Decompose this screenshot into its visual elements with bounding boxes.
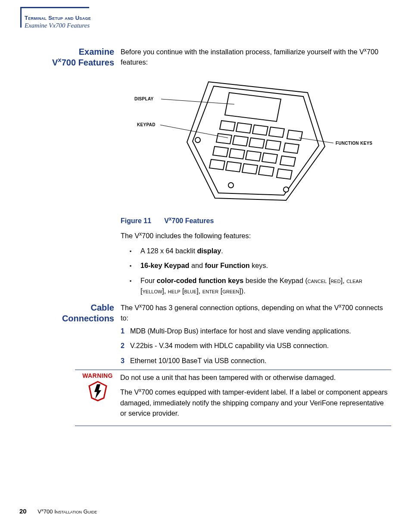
svg-marker-20 [283,143,299,153]
bullet-function-keys: • Four color-coded function keys beside … [121,275,388,296]
warning-rule-top [75,370,391,370]
svg-marker-13 [246,151,261,161]
section-examine: Examine Vx700 Features Before you contin… [27,47,391,68]
figure-device: DISPLAY KEYPAD FUNCTION KEYS [121,73,391,211]
svg-marker-6 [269,127,284,137]
svg-marker-22 [277,169,292,179]
warning-block: WARNING Do not use a unit that has been … [75,372,391,423]
svg-marker-4 [236,123,252,133]
running-head-title: Terminal Setup and Usage [25,15,91,21]
corner-mark-vertical [20,7,22,28]
svg-marker-10 [265,140,281,150]
svg-marker-14 [262,153,277,163]
feature-bullet-list: • A 128 x 64 backlit display. • 16-key K… [121,246,388,300]
svg-point-24 [228,183,234,188]
footer-title: Vx700 Installation Guide [37,508,97,515]
diagram-label-keypad: KEYPAD [137,122,156,127]
features-intro: The Vx700 includes the following feature… [121,232,391,240]
svg-point-23 [195,137,200,143]
diagram-label-display: DISPLAY [134,96,154,101]
diagram-label-function-keys: FUNCTION KEYS [336,141,373,146]
cable-intro: The Vx700 has 3 general connection optio… [121,302,391,324]
warning-rule-bottom [75,426,391,426]
svg-marker-8 [233,136,248,146]
svg-marker-7 [216,134,232,144]
page-number: 20 [19,507,27,515]
running-head-subtitle: Examine Vx700 Features [25,22,91,29]
svg-marker-17 [242,164,258,174]
bullet-display: • A 128 x 64 backlit display. [121,246,388,256]
corner-mark-horizontal [20,7,89,8]
bullet-keypad: • 16-key Keypad and four Function keys. [121,260,388,271]
svg-marker-16 [226,162,241,172]
svg-marker-11 [213,146,228,157]
svg-marker-12 [229,149,245,159]
list-item: 1MDB (Multi-Drop Bus) interface for host… [121,326,388,336]
side-heading-cable: Cable Connections [27,302,121,324]
svg-marker-18 [258,166,274,176]
figure-caption: Figure 11Vx700 Features [121,217,214,225]
warning-p2: The Vx700 comes equipped with tamper-evi… [120,387,391,418]
svg-marker-21 [280,156,296,166]
svg-marker-5 [252,125,268,135]
list-item: 3Ethernet 10/100 BaseT via USB connectio… [121,355,388,366]
svg-marker-9 [249,138,265,148]
list-item: 2V.22bis - V.34 modem with HDLC capabili… [121,340,388,351]
examine-intro: Before you continue with the installatio… [121,47,391,68]
warning-text: Do not use a unit that has been tampered… [120,372,391,423]
svg-point-25 [283,187,289,192]
warning-p1: Do not use a unit that has been tampered… [120,372,391,383]
warning-icon [88,381,107,401]
svg-marker-3 [220,121,235,131]
connection-list: 1MDB (Multi-Drop Bus) interface for host… [121,326,388,370]
section-cable: Cable Connections The Vx700 has 3 genera… [27,302,391,324]
svg-marker-19 [287,130,302,140]
side-heading-examine: Examine Vx700 Features [27,47,121,68]
page-footer: 20 Vx700 Installation Guide [19,507,97,515]
warning-label: WARNING [75,372,120,379]
running-head: Terminal Setup and Usage Examine Vx700 F… [25,15,91,29]
svg-marker-15 [209,159,225,170]
